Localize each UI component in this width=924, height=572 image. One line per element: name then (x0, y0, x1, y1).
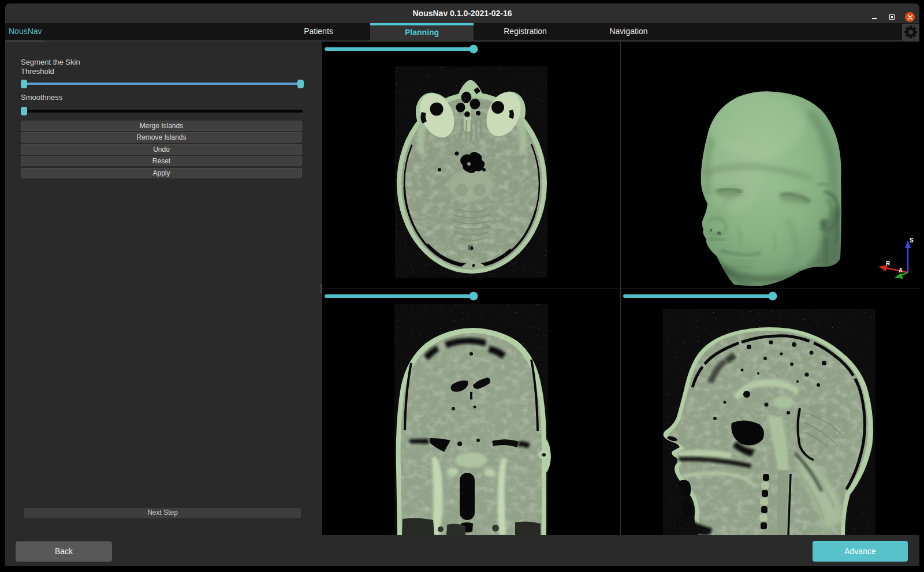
svg-text:S: S (910, 237, 914, 244)
svg-text:R: R (886, 260, 891, 267)
svg-text:A: A (899, 267, 903, 274)
